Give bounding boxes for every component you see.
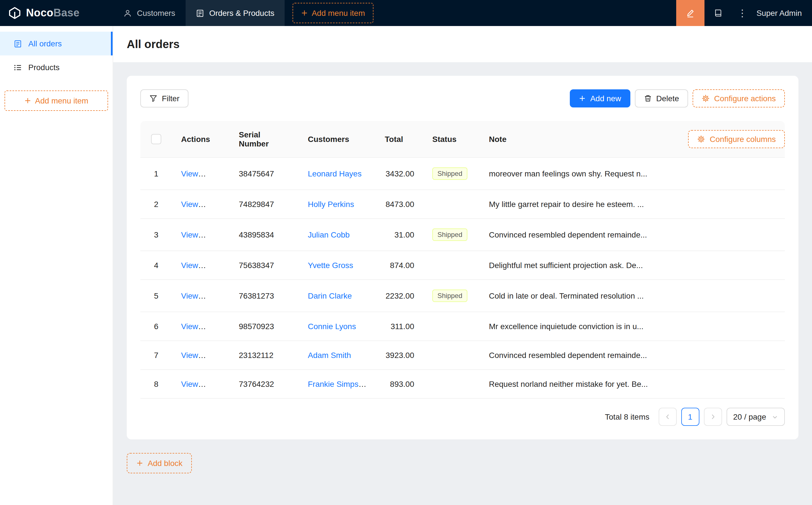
customer-cell: Julian Cobb — [299, 218, 376, 251]
page-size-value: 20 / page — [733, 412, 766, 421]
status-tag: Shipped — [432, 290, 467, 302]
row-actions-cell: ViewEdit — [172, 158, 230, 190]
book-icon — [713, 8, 722, 17]
page-size-select[interactable]: 20 / page — [726, 408, 785, 426]
serial-number-cell: 43895834 — [230, 218, 299, 251]
total-cell: 31.00 — [376, 218, 423, 251]
customer-link[interactable]: Holly Perkins — [308, 200, 354, 209]
edit-link[interactable]: Edit — [209, 230, 222, 239]
configure-columns-button[interactable]: Configure columns — [688, 130, 785, 148]
nocobase-logo-icon — [8, 6, 21, 20]
chevron-right-icon — [709, 413, 716, 420]
row-index: 7 — [140, 341, 172, 369]
customer-link[interactable]: Julian Cobb — [308, 230, 350, 239]
navbar-add-menu-item-button[interactable]: Add menu item — [292, 3, 374, 23]
note-cell: Convinced resembled dependent remainde..… — [480, 341, 676, 369]
ellipsis-icon: ⋮ — [737, 7, 747, 19]
edit-link[interactable]: Edit — [209, 261, 222, 270]
edit-link[interactable]: Edit — [209, 379, 222, 388]
filter-button[interactable]: Filter — [140, 90, 188, 108]
table-row: 6 ViewEdit 98570923 Connie Lyons 311.00 … — [140, 312, 785, 341]
customer-link[interactable]: Adam Smith — [308, 351, 351, 360]
empty-cell — [676, 158, 785, 190]
total-cell: 893.00 — [376, 369, 423, 398]
view-link[interactable]: View — [181, 200, 206, 209]
customer-link[interactable]: Leonard Hayes — [308, 169, 362, 178]
customers-icon — [123, 9, 132, 17]
sidebar-item-products[interactable]: Products — [0, 55, 113, 79]
delete-button[interactable]: Delete — [635, 90, 688, 108]
column-header-note: Note — [480, 121, 676, 158]
pagination-prev-button[interactable] — [658, 408, 676, 426]
more-options-button[interactable]: ⋮ — [732, 0, 753, 26]
filter-icon — [149, 95, 157, 102]
customer-link[interactable]: Frankie Simpson — [308, 379, 367, 388]
row-index: 6 — [140, 312, 172, 341]
row-actions-cell: ViewEdit — [172, 341, 230, 369]
nav-item-customers[interactable]: Customers — [113, 0, 185, 26]
customer-link[interactable]: Connie Lyons — [308, 322, 356, 331]
serial-number-cell: 38475647 — [230, 158, 299, 190]
customer-link[interactable]: Yvette Gross — [308, 261, 353, 270]
collection-manager-button[interactable] — [704, 0, 732, 26]
status-cell — [423, 251, 480, 280]
app-root: NocoBase Customers Orders & Products Add… — [0, 0, 812, 505]
sidebar-add-menu-item-button[interactable]: Add menu item — [5, 91, 108, 111]
logo-base: Base — [53, 7, 80, 19]
column-header-customers: Customers — [299, 121, 376, 158]
view-link[interactable]: View — [181, 379, 206, 388]
row-index: 4 — [140, 251, 172, 280]
configure-actions-button[interactable]: Configure actions — [693, 90, 785, 108]
note-cell: Request norland neither mistake for yet.… — [480, 369, 676, 398]
sidebar-item-all-orders[interactable]: All orders — [0, 32, 113, 55]
customer-link[interactable]: Darin Clarke — [308, 291, 352, 300]
add-menu-item-label: Add menu item — [35, 96, 88, 105]
nocobase-logo[interactable]: NocoBase — [0, 0, 113, 26]
status-cell — [423, 341, 480, 369]
note-cell: Convinced resembled dependent remainde..… — [480, 218, 676, 251]
view-link[interactable]: View — [181, 230, 206, 239]
empty-cell — [676, 251, 785, 280]
view-link[interactable]: View — [181, 351, 206, 360]
note-cell: Mr excellence inquietude conviction is i… — [480, 312, 676, 341]
view-link[interactable]: View — [181, 322, 206, 331]
edit-link[interactable]: Edit — [209, 291, 222, 300]
add-block-label: Add block — [148, 459, 182, 468]
edit-link[interactable]: Edit — [209, 322, 222, 331]
edit-link[interactable]: Edit — [209, 200, 222, 209]
pagination-next-button[interactable] — [704, 408, 722, 426]
top-navbar: NocoBase Customers Orders & Products Add… — [0, 0, 812, 26]
edit-link[interactable]: Edit — [209, 169, 222, 178]
add-new-button[interactable]: Add new — [570, 90, 630, 108]
row-actions-cell: ViewEdit — [172, 280, 230, 312]
customer-cell: Holly Perkins — [299, 190, 376, 218]
ui-editor-button[interactable] — [676, 0, 704, 26]
trash-icon — [644, 95, 652, 102]
row-actions-cell: ViewEdit — [172, 312, 230, 341]
status-cell: Shipped — [423, 158, 480, 190]
nav-item-orders-products[interactable]: Orders & Products — [185, 0, 284, 26]
column-header-status: Status — [423, 121, 480, 158]
page-header: All orders — [113, 26, 812, 62]
empty-cell — [676, 369, 785, 398]
serial-number-cell: 75638347 — [230, 251, 299, 280]
chevron-down-icon — [772, 414, 778, 420]
row-index: 5 — [140, 280, 172, 312]
serial-number-cell: 23132112 — [230, 341, 299, 369]
total-cell: 874.00 — [376, 251, 423, 280]
view-link[interactable]: View — [181, 169, 206, 178]
customer-cell: Yvette Gross — [299, 251, 376, 280]
view-link[interactable]: View — [181, 261, 206, 270]
user-menu[interactable]: Super Admin — [753, 0, 812, 26]
view-link[interactable]: View — [181, 291, 206, 300]
toolbar-right: Add new Delete — [570, 90, 785, 108]
pagination-page-1[interactable]: 1 — [681, 408, 699, 426]
total-cell: 3923.00 — [376, 341, 423, 369]
customer-cell: Adam Smith — [299, 341, 376, 369]
note-cell: Cold in late or deal. Terminated resolut… — [480, 280, 676, 312]
status-cell — [423, 190, 480, 218]
select-all-checkbox[interactable] — [151, 134, 161, 144]
edit-link[interactable]: Edit — [209, 351, 222, 360]
table-row: 4 ViewEdit 75638347 Yvette Gross 874.00 … — [140, 251, 785, 280]
add-block-button[interactable]: Add block — [127, 453, 192, 473]
